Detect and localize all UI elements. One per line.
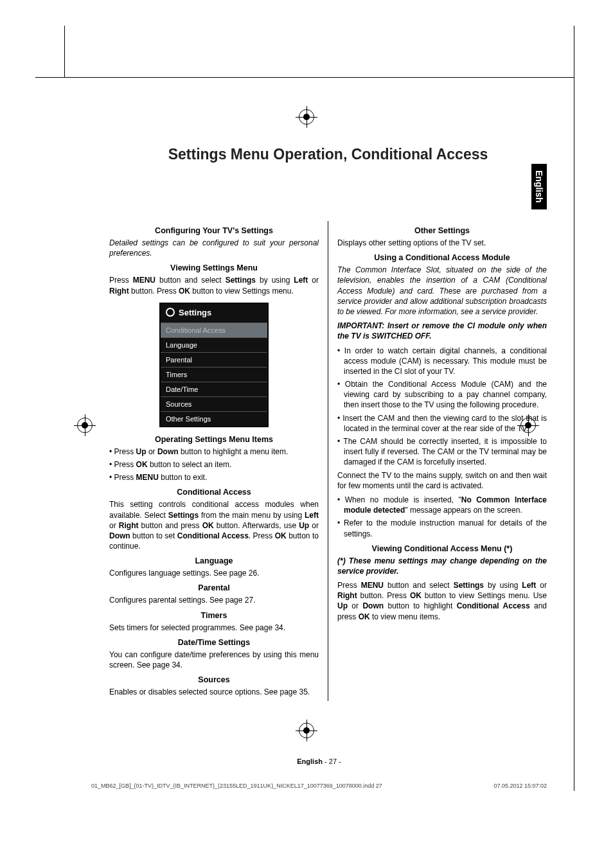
gear-icon [166,308,175,317]
text: Right [337,591,357,600]
text: Left [294,276,308,285]
text: OK [410,591,422,600]
text: OK [359,612,370,621]
text: by using [484,581,522,590]
text: by using [256,276,294,285]
text: button and select [155,276,226,285]
list-item: Press MENU button to exit. [109,472,319,483]
list-item: Press Up or Down button to highlight a m… [109,447,319,457]
text: button. Afterwards, use [214,521,299,530]
list-item: In order to watch certain digital channe… [337,346,547,377]
section-head: Parental [109,583,319,592]
section-head: Configuring Your TV's Settings [109,226,319,235]
text: button and press [138,521,202,530]
text: button to highlight a menu item. [179,447,289,456]
list-item: The CAM should be correctly inserted, it… [337,436,547,468]
text: Left [305,511,319,520]
list: In order to watch certain digital channe… [337,346,547,468]
settings-menu-screenshot: Settings Conditional Access Language Par… [159,303,269,427]
text: When no module is inserted, " [345,495,461,504]
text: button to exit. [159,473,207,482]
section-head: Other Settings [337,226,547,235]
body-text: Press MENU button and select Settings by… [109,275,319,296]
text: English [297,757,323,765]
section-head: Operating Settings Menu Items [109,435,319,444]
body-text: Enables or disables selected source opti… [109,687,319,697]
list-item: Obtain the Conditional Access Module (CA… [337,379,547,411]
section-head: Timers [109,611,319,620]
settings-menu-item: Timers [161,367,267,382]
text: Settings [168,511,199,520]
text: Settings [179,308,211,317]
text: or [147,447,157,456]
text: Right [109,287,129,296]
text: Conditional Access [457,601,530,610]
text: or [308,276,319,285]
body-text: The Common Interface Slot, situated on t… [337,265,547,317]
section-head: Using a Conditional Access Module [337,253,547,262]
text: Left [522,581,536,590]
page-title: Settings Menu Operation, Conditional Acc… [109,146,547,163]
text: button to view Settings menu. Use [422,591,547,600]
text: button to set [130,531,177,540]
text: MENU [136,473,159,482]
text: button and select [384,581,454,590]
text: button. Press [357,591,410,600]
text: Up [299,521,309,530]
list: Press Up or Down button to highlight a m… [109,447,319,483]
text: button to highlight [384,601,457,610]
text: Press [114,473,136,482]
text: OK [202,521,214,530]
body-text: Displays other setting options of the TV… [337,238,547,248]
body-text: Press MENU button and select Settings by… [337,580,547,622]
section-head: Language [109,556,319,565]
section-head: Sources [109,675,319,684]
text: Press [114,447,136,456]
list-item: When no module is inserted, "No Common I… [337,495,547,515]
text: Right [119,521,139,530]
text: Settings [454,581,484,590]
crop-mark [35,77,64,78]
settings-menu-item: Other Settings [161,411,267,426]
right-column: Other Settings Displays other setting op… [337,221,547,701]
footer-file-info: 01_MB62_[GB]_(01-TV)_IDTV_(IB_INTERNET)_… [91,783,547,789]
text: or [309,521,319,530]
text: OK [275,531,287,540]
text: Up [337,601,348,610]
footer-page-number: English - 27 - [297,757,341,765]
text: Down [157,447,179,456]
settings-menu-item: Parental [161,352,267,367]
text: Up [136,447,147,456]
text: 07.05.2012 15:07:02 [493,783,547,789]
text: - 27 - [323,757,341,765]
text: Down [109,531,130,540]
text: Down [362,601,384,610]
text: Press [337,581,361,590]
list-item: Refer to the module instruction manual f… [337,518,547,538]
text: or [109,521,119,530]
section-head: Viewing Conditional Access Menu (*) [337,544,547,553]
body-text: Configures parental settings. See page 2… [109,595,319,605]
text: button to select an item. [148,460,232,469]
body-text: Configures language settings. See page 2… [109,568,319,578]
text: " message appears on the screen. [405,506,522,515]
body-text: Detailed settings can be configured to s… [109,238,319,258]
language-tab: English [531,164,547,209]
text: 01_MB62_[GB]_(01-TV)_IDTV_(IB_INTERNET)_… [91,783,382,789]
text: MENU [133,276,155,285]
settings-menu-item: Sources [161,396,267,411]
section-head: Date/Time Settings [109,638,319,647]
crop-mark [574,26,574,77]
body-text: This setting controls conditional access… [109,499,319,551]
crop-mark [64,26,65,77]
settings-menu-title: Settings [161,304,267,323]
text: Conditional Access [177,531,249,540]
body-text: IMPORTANT: Insert or remove the CI modul… [337,321,547,341]
text: Settings [226,276,256,285]
body-text: (*) These menu settings may change depen… [337,556,547,576]
list-item: Press OK button to select an item. [109,459,319,470]
text: . Press [249,531,275,540]
text: button. Press [129,287,179,296]
text: or [536,581,547,590]
section-head: Conditional Access [109,488,319,497]
